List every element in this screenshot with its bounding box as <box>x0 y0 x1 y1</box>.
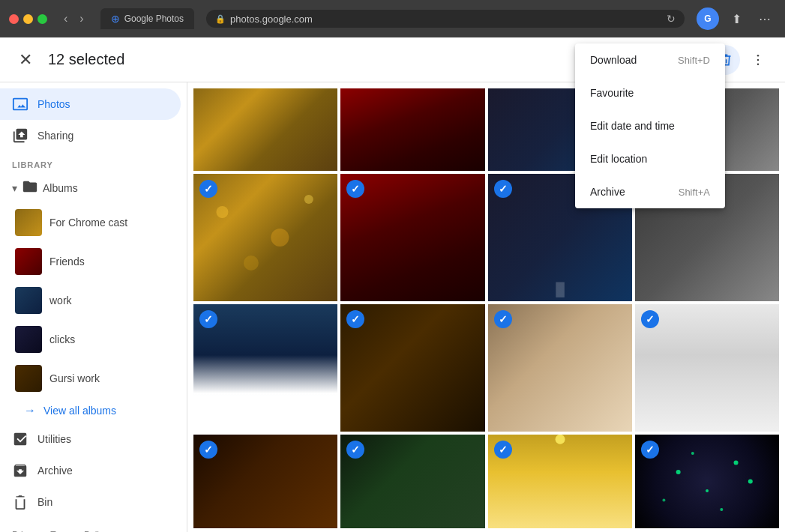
share-button[interactable]: ⬆ <box>725 7 748 30</box>
photo-row-2 <box>193 304 779 432</box>
album-name-chrome-cast: For Chrome cast <box>49 217 127 229</box>
svg-point-1 <box>757 54 760 56</box>
svg-point-19 <box>733 461 738 465</box>
forward-button[interactable]: › <box>75 10 88 27</box>
photo-cell-p0a[interactable] <box>193 88 337 171</box>
url-text: photos.google.com <box>230 13 662 25</box>
archive-shortcut: Shift+A <box>679 187 710 198</box>
photo-checkmark <box>641 441 659 459</box>
download-shortcut: Shift+D <box>678 55 710 66</box>
album-item-clicks[interactable]: clicks <box>0 320 181 359</box>
sidebar-item-photos[interactable]: Photos <box>0 88 181 120</box>
album-thumb-friends <box>15 248 42 275</box>
lock-icon: 🔒 <box>215 14 226 24</box>
album-name-work: work <box>49 294 72 306</box>
photo-cell-p2[interactable] <box>340 174 484 301</box>
refresh-button[interactable]: ↻ <box>667 13 676 25</box>
svg-point-18 <box>706 489 709 492</box>
favourite-label: Favourite <box>590 87 634 99</box>
photo-image <box>193 88 337 171</box>
chevron-down-icon: ▾ <box>12 182 17 194</box>
sidebar-item-archive[interactable]: Archive <box>0 455 181 486</box>
photo-checkmark <box>494 441 512 459</box>
browser-actions: G ⬆ ⋯ <box>697 7 776 30</box>
album-name-gursi-work: Gursi work <box>49 372 100 384</box>
svg-point-23 <box>691 452 694 455</box>
minimize-window-button[interactable] <box>23 14 33 24</box>
sharing-icon <box>12 127 28 144</box>
svg-rect-10 <box>193 396 337 432</box>
albums-header[interactable]: ▾ Albums <box>0 172 181 203</box>
view-all-label: View all albums <box>43 405 116 417</box>
svg-point-21 <box>720 508 723 511</box>
photo-cell-p6[interactable] <box>340 304 484 432</box>
albums-folder-icon <box>22 178 38 197</box>
close-selection-button[interactable]: ✕ <box>12 46 39 73</box>
dropdown-item-edit-location[interactable]: Edit location <box>575 142 725 175</box>
more-button[interactable]: ⋯ <box>754 7 776 30</box>
browser-chrome: ‹ › ⊕ Google Photos 🔒 photos.google.com … <box>0 0 785 37</box>
album-item-work[interactable]: work <box>0 281 181 320</box>
photo-cell-p5[interactable] <box>193 304 337 432</box>
album-name-friends: Friends <box>49 256 85 267</box>
album-item-gursi-work[interactable]: Gursi work <box>0 359 181 398</box>
photo-cell-p10[interactable] <box>340 435 484 528</box>
dropdown-item-edit-date[interactable]: Edit date and time <box>575 109 725 142</box>
svg-point-2 <box>757 58 760 61</box>
selected-count: 12 selected <box>48 51 635 68</box>
dropdown-item-archive[interactable]: Archive Shift+A <box>575 175 725 208</box>
svg-point-6 <box>304 195 313 204</box>
browser-tab[interactable]: ⊕ Google Photos <box>100 8 194 29</box>
photo-cell-p0b[interactable] <box>340 88 484 171</box>
svg-point-22 <box>748 480 753 484</box>
close-window-button[interactable] <box>9 14 19 24</box>
more-options-button[interactable] <box>743 45 773 75</box>
address-bar[interactable]: 🔒 photos.google.com ↻ <box>206 10 685 28</box>
traffic-lights <box>9 14 47 24</box>
album-item-chrome-cast[interactable]: For Chrome cast <box>0 203 181 242</box>
sidebar-item-utilities[interactable]: Utilities <box>0 423 181 455</box>
svg-point-7 <box>244 256 259 270</box>
photo-cell-p8[interactable] <box>635 304 779 432</box>
edit-location-label: Edit location <box>590 153 647 165</box>
more-vert-icon <box>751 52 766 67</box>
tab-label: Google Photos <box>124 13 184 24</box>
photos-label: Photos <box>37 98 70 110</box>
utilities-icon <box>12 431 28 447</box>
photo-checkmark <box>494 180 512 198</box>
library-label: LIBRARY <box>0 151 187 172</box>
tab-favicon: ⊕ <box>111 13 120 25</box>
back-button[interactable]: ‹ <box>59 10 72 27</box>
download-label: Download <box>590 54 637 66</box>
photo-cell-p1[interactable] <box>193 174 337 301</box>
sidebar-item-sharing[interactable]: Sharing <box>0 120 181 151</box>
archive-label: Archive <box>37 465 73 477</box>
svg-rect-9 <box>556 282 565 297</box>
album-thumb-chrome-cast <box>15 209 42 236</box>
photo-cell-p12[interactable] <box>635 435 779 528</box>
dropdown-item-favourite[interactable]: Favourite <box>575 76 725 109</box>
photo-checkmark <box>199 310 217 328</box>
album-name-clicks: clicks <box>49 333 75 345</box>
view-all-albums[interactable]: → View all albums <box>0 398 187 423</box>
svg-point-20 <box>662 499 665 502</box>
album-thumb-work <box>15 287 42 314</box>
album-item-friends[interactable]: Friends <box>0 242 181 281</box>
browser-nav: ‹ › <box>59 10 88 27</box>
photo-cell-p9[interactable] <box>193 435 337 528</box>
sharing-label: Sharing <box>37 130 73 142</box>
album-thumb-gursi-work <box>15 365 42 392</box>
sidebar-item-bin[interactable]: Bin <box>0 486 181 518</box>
svg-point-3 <box>757 63 760 65</box>
dropdown-item-download[interactable]: Download Shift+D <box>575 43 725 76</box>
maximize-window-button[interactable] <box>37 14 47 24</box>
sidebar: Photos Sharing LIBRARY ▾ Albums For <box>0 82 187 532</box>
photo-cell-p7[interactable] <box>488 304 632 432</box>
extensions-button[interactable]: G <box>697 7 719 30</box>
svg-point-16 <box>555 435 565 444</box>
photo-checkmark <box>641 310 659 328</box>
utilities-label: Utilities <box>37 433 71 445</box>
photo-cell-p11[interactable] <box>488 435 632 528</box>
sidebar-footer: Privacy Terms Policy <box>0 518 187 532</box>
photos-icon <box>12 96 28 112</box>
